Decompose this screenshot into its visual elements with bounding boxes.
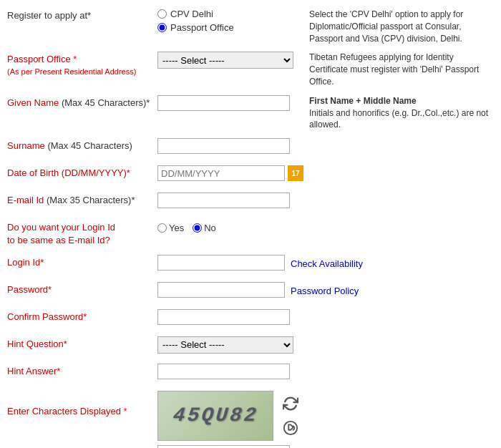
email-label: E-mail Id xyxy=(7,195,44,205)
register-at-info: Select the 'CPV Delhi' option to apply f… xyxy=(301,7,494,44)
check-availability-link[interactable]: Check Availability xyxy=(285,255,363,269)
passport-office-required: * xyxy=(73,54,77,64)
email-input[interactable] xyxy=(157,193,290,208)
dob-input[interactable] xyxy=(157,165,285,181)
cpv-delhi-label: CPV Delhi xyxy=(170,9,213,19)
captcha-area: 45QU82 xyxy=(157,391,301,441)
surname-max: (Max 45 Characters) xyxy=(47,140,132,151)
yes-label: Yes xyxy=(169,223,184,233)
no-label: No xyxy=(204,223,216,233)
login-same-group: Yes No xyxy=(157,220,301,233)
captcha-label: Enter Characters Displayed * xyxy=(7,406,127,417)
hint-question-label: Hint Question* xyxy=(7,339,67,349)
confirm-password-label: Confirm Password* xyxy=(7,311,87,322)
password-policy-link[interactable]: Password Policy xyxy=(285,283,359,296)
email-max: (Max 35 Characters)* xyxy=(47,195,135,205)
calendar-icon[interactable]: 17 xyxy=(288,165,303,181)
no-option[interactable]: No xyxy=(193,223,216,233)
passport-office-option[interactable]: Passport Office xyxy=(157,22,301,33)
captcha-image: 45QU82 xyxy=(157,391,273,441)
dob-label: Date of Birth (DD/MM/YYYY)* xyxy=(7,167,130,178)
login-id-input[interactable] xyxy=(157,255,285,271)
register-at-options: CPV Delhi Passport Office xyxy=(157,7,301,33)
cpv-delhi-option[interactable]: CPV Delhi xyxy=(157,9,301,19)
yes-radio[interactable] xyxy=(157,223,167,233)
surname-label: Surname xyxy=(7,140,45,151)
captcha-text: 45QU82 xyxy=(172,404,259,427)
password-input[interactable] xyxy=(157,282,285,298)
audio-captcha-button[interactable] xyxy=(281,418,301,438)
register-at-label: Register to apply at* xyxy=(7,10,91,21)
password-label: Password* xyxy=(7,284,52,295)
given-name-info: First Name + Middle Name Initials and ho… xyxy=(301,94,494,131)
hint-answer-label: Hint Answer* xyxy=(7,366,60,376)
given-name-label: Given Name xyxy=(7,97,59,108)
surname-input[interactable] xyxy=(157,138,290,154)
passport-office-select[interactable]: ----- Select ----- xyxy=(157,52,293,69)
given-name-input[interactable] xyxy=(157,95,290,111)
captcha-controls xyxy=(281,394,301,438)
passport-office-sublabel: (As per Present Residential Address) xyxy=(7,67,150,77)
passport-office-label: Passport Office xyxy=(7,54,71,64)
login-same-label: Do you want your Login Id to be same as … xyxy=(7,222,115,245)
given-name-max: (Max 45 Characters)* xyxy=(62,97,150,108)
hint-answer-input[interactable] xyxy=(157,364,290,379)
confirm-password-input[interactable] xyxy=(157,309,290,325)
no-radio[interactable] xyxy=(193,223,202,233)
login-id-label: Login Id* xyxy=(7,257,44,268)
hint-question-select[interactable]: ----- Select ----- xyxy=(157,336,293,354)
yes-option[interactable]: Yes xyxy=(157,223,184,233)
refresh-captcha-button[interactable] xyxy=(281,394,301,414)
passport-office-info: Tibetan Refugees applying for Identity C… xyxy=(301,50,494,87)
cpv-delhi-radio[interactable] xyxy=(157,9,167,19)
captcha-input[interactable] xyxy=(157,445,290,448)
passport-office-radio[interactable] xyxy=(157,23,167,32)
passport-office-radio-label: Passport Office xyxy=(170,22,234,33)
